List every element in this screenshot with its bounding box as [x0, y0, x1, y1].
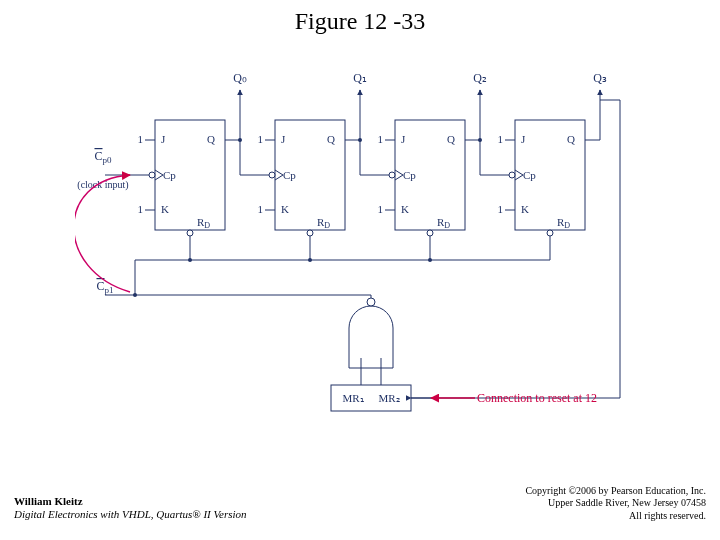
mr2-label: MR₂: [378, 392, 399, 404]
k-tie-2: 1: [378, 203, 384, 215]
k-label-0: K: [161, 203, 169, 215]
q3-out: Q₃: [593, 71, 607, 85]
j-label-3: J: [521, 133, 526, 145]
rd-bus: [135, 236, 550, 260]
q0-out: Q₀: [233, 71, 247, 85]
rd-label-1: RD: [317, 216, 330, 230]
svg-point-28: [428, 258, 432, 262]
feedback-arc: [75, 175, 130, 292]
flipflop-1: 1 1 J K Cp Q RD: [258, 120, 346, 236]
svg-point-5: [509, 172, 515, 178]
rights-line: All rights reserved.: [525, 510, 706, 523]
rd-label-0: RD: [197, 216, 210, 230]
svg-point-3: [269, 172, 275, 178]
cp-label-1: Cp: [283, 169, 296, 181]
q-label-1: Q: [327, 133, 335, 145]
svg-point-26: [188, 258, 192, 262]
nand-gate: [335, 295, 393, 385]
j-tie-3: 1: [498, 133, 504, 145]
footer-right: Copyright ©2006 by Pearson Education, In…: [525, 485, 706, 523]
k-tie-1: 1: [258, 203, 264, 215]
k-label-3: K: [521, 203, 529, 215]
cp-label-2: Cp: [403, 169, 416, 181]
address-line: Upper Saddle River, New Jersey 07458: [525, 497, 706, 510]
circuit-figure: 1 1 J K Cp Q RD 1 1 J K Cp Q RD: [75, 60, 635, 440]
j-tie-2: 1: [378, 133, 384, 145]
clock-label: Cp0: [94, 149, 112, 165]
svg-point-16: [478, 138, 482, 142]
q2-out: Q₂: [473, 71, 487, 85]
svg-point-33: [367, 298, 375, 306]
rd-label-3: RD: [557, 216, 570, 230]
circuit-svg: 1 1 J K Cp Q RD 1 1 J K Cp Q RD: [75, 60, 635, 440]
reset-note: Connection to reset at 12: [477, 391, 597, 405]
svg-point-4: [389, 172, 395, 178]
q1-out: Q₁: [353, 71, 367, 85]
author-name: William Kleitz: [14, 495, 247, 509]
page-root: Figure 12 -33: [0, 0, 720, 540]
k-label-2: K: [401, 203, 409, 215]
book-title: Digital Electronics with VHDL, Quartus® …: [14, 508, 247, 522]
svg-point-14: [238, 138, 242, 142]
rd-label-2: RD: [437, 216, 450, 230]
j-label-1: J: [281, 133, 286, 145]
j-tie-1: 1: [258, 133, 264, 145]
k-tie-3: 1: [498, 203, 504, 215]
j-label-0: J: [161, 133, 166, 145]
copyright-line: Copyright ©2006 by Pearson Education, In…: [525, 485, 706, 498]
k-label-1: K: [281, 203, 289, 215]
flipflop-2: 1 1 J K Cp Q RD: [378, 120, 466, 236]
q-label-2: Q: [447, 133, 455, 145]
reset-feed-wires: [411, 80, 630, 405]
svg-point-27: [308, 258, 312, 262]
svg-point-2: [149, 172, 155, 178]
cp-label-0: Cp: [163, 169, 176, 181]
mr1-label: MR₁: [342, 392, 363, 404]
cp-label-3: Cp: [523, 169, 536, 181]
j-tie-0: 1: [138, 133, 144, 145]
q-label-3: Q: [567, 133, 575, 145]
svg-point-15: [358, 138, 362, 142]
svg-point-32: [133, 293, 137, 297]
q-label-0: Q: [207, 133, 215, 145]
flipflop-3: 1 1 J K Cp Q RD: [498, 120, 586, 236]
figure-title: Figure 12 -33: [0, 8, 720, 35]
flipflop-0: 1 1 J K Cp Q RD: [138, 120, 226, 236]
k-tie-0: 1: [138, 203, 144, 215]
jk-ties: [145, 140, 515, 210]
j-label-2: J: [401, 133, 406, 145]
footer-left: William Kleitz Digital Electronics with …: [14, 495, 247, 523]
